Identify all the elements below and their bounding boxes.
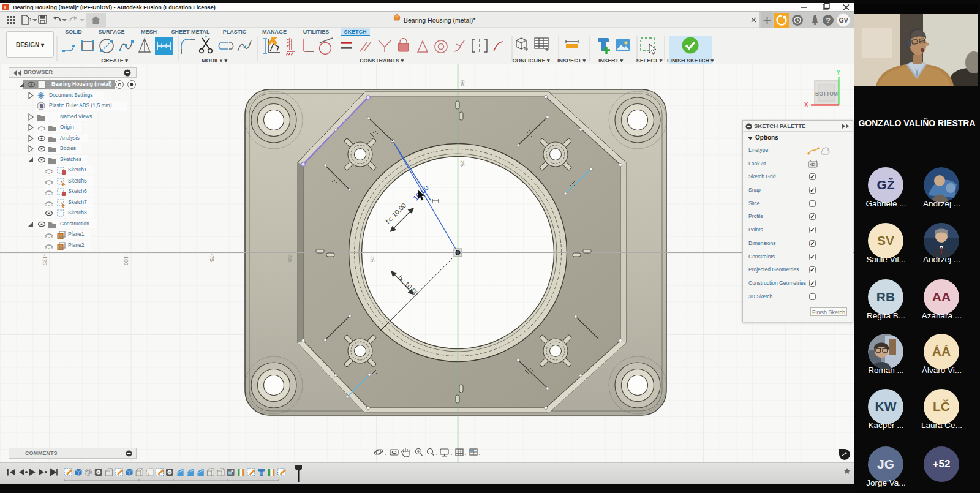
svg-text:?: ? [826,17,831,25]
svg-text:-75: -75 [209,254,215,262]
svg-text:BOTTOM: BOTTOM [815,91,838,97]
svg-text:X: X [804,102,809,108]
svg-text:GV: GV [839,17,848,24]
svg-text:50: 50 [459,80,466,86]
svg-text:-50: -50 [287,254,293,262]
svg-text:Bearing Housing (metal)*: Bearing Housing (metal)* [404,17,475,24]
svg-text:-125: -125 [42,254,48,265]
svg-text:-100: -100 [123,254,129,265]
svg-text:25: 25 [459,160,466,167]
svg-text:Y: Y [837,69,841,76]
svg-text:-25: -25 [369,254,375,262]
svg-text:G: G [118,82,121,88]
